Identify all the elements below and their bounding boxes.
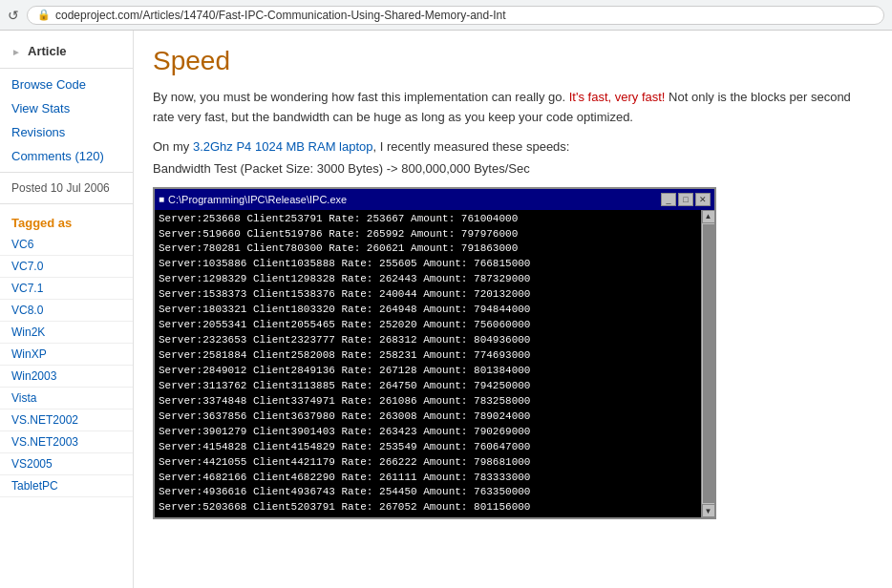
page-title: Speed [153,46,873,76]
sidebar-divider-3 [0,203,133,204]
arrow-icon: ► [11,47,21,57]
terminal-app-icon: ■ [159,194,164,204]
tag-vc71[interactable]: VC7.1 [0,278,133,300]
tag-vista[interactable]: Vista [0,388,133,410]
tag-vc70[interactable]: VC7.0 [0,256,133,278]
sidebar: ► Article Browse Code View Stats Revisio… [0,31,134,588]
terminal-line: Server:519660 Client519786 Rate: 265992 … [159,227,697,242]
tag-winxp[interactable]: WinXP [0,344,133,366]
scroll-down-button[interactable]: ▼ [702,504,715,517]
posted-date: Posted 10 Jul 2006 [0,177,133,200]
tag-win2003[interactable]: Win2003 [0,366,133,388]
terminal-line: Server:4421055 Client4421179 Rate: 26622… [159,455,697,471]
browser-bar: ↺ 🔒 codeproject.com/Articles/14740/Fast-… [0,0,892,31]
lock-icon: 🔒 [37,9,51,21]
terminal-line: Server:253668 Client253791 Rate: 253667 … [159,212,697,227]
highlight-fast: It's fast, very fast! [569,90,666,104]
terminal-line: Server:2581884 Client2582008 Rate: 25823… [159,348,697,364]
tag-vsnet2003[interactable]: VS.NET2003 [0,431,133,453]
bandwidth-text: Bandwidth Test (Packet Size: 3000 Bytes)… [153,161,873,176]
tag-vc6[interactable]: VC6 [0,234,133,256]
terminal-scrollbar-area: Server:253668 Client253791 Rate: 253667 … [155,210,714,518]
page-layout: ► Article Browse Code View Stats Revisio… [0,31,892,588]
terminal-line: Server:1538373 Client1538376 Rate: 24004… [159,287,697,303]
terminal-line: Server:4154828 Client4154829 Rate: 25354… [159,440,697,455]
terminal-line: Server:4936616 Client4936743 Rate: 25445… [159,485,697,500]
terminal-line: Server:2323653 Client2323777 Rate: 26831… [159,333,697,348]
refresh-icon[interactable]: ↺ [8,8,19,23]
sidebar-link-browse-code[interactable]: Browse Code [0,73,133,96]
terminal-body: Server:253668 Client253791 Rate: 253667 … [155,210,701,518]
tag-vc80[interactable]: VC8.0 [0,300,133,322]
tag-tabletpc[interactable]: TabletPC [0,475,133,497]
intro-text: By now, you must be wondering how fast t… [153,88,873,128]
terminal-line: Server:1803321 Client1803320 Rate: 26494… [159,303,697,318]
terminal-line: Server:4682166 Client4682290 Rate: 26111… [159,471,697,486]
measure-text: On my 3.2Ghz P4 1024 MB RAM laptop, I re… [153,139,873,154]
terminal-controls: _ □ ✕ [661,193,711,206]
tag-vs2005[interactable]: VS2005 [0,453,133,475]
sidebar-link-view-stats[interactable]: View Stats [0,96,133,120]
sidebar-link-revisions[interactable]: Revisions [0,120,133,144]
sidebar-divider-2 [0,172,133,173]
terminal-line: Server:5203668 Client5203791 Rate: 26705… [159,500,697,515]
tag-vsnet2002[interactable]: VS.NET2002 [0,410,133,431]
main-content: Speed By now, you must be wondering how … [134,31,892,588]
terminal-title: ■ C:\Programming\IPC\Release\IPC.exe [159,194,347,205]
tag-win2k[interactable]: Win2K [0,322,133,344]
terminal-window: ■ C:\Programming\IPC\Release\IPC.exe _ □… [153,187,716,520]
minimize-button[interactable]: _ [661,193,676,206]
terminal-line: Server:3637856 Client3637980 Rate: 26300… [159,410,697,425]
sidebar-link-comments[interactable]: Comments (120) [0,144,133,168]
sidebar-divider-1 [0,68,133,69]
terminal-line: Server:780281 Client780300 Rate: 260621 … [159,242,697,257]
terminal-line: Server:3901279 Client3901403 Rate: 26342… [159,425,697,440]
close-button[interactable]: ✕ [695,193,711,206]
terminal-title-text: C:\Programming\IPC\Release\IPC.exe [168,194,347,205]
terminal-line: Server:1035886 Client1035888 Rate: 25560… [159,257,697,272]
sidebar-article-label: ► Article [0,38,133,64]
terminal-line: Server:1298329 Client1298328 Rate: 26244… [159,272,697,287]
scroll-thumb[interactable] [703,224,714,504]
scroll-up-button[interactable]: ▲ [702,210,715,223]
tagged-label: Tagged as [0,208,133,234]
terminal-line: Server:3374848 Client3374971 Rate: 26108… [159,394,697,410]
laptop-link: 3.2Ghz P4 1024 MB RAM laptop [193,139,373,154]
url-text: codeproject.com/Articles/14740/Fast-IPC-… [55,9,506,22]
restore-button[interactable]: □ [678,193,693,206]
terminal-titlebar: ■ C:\Programming\IPC\Release\IPC.exe _ □… [155,189,714,210]
address-bar[interactable]: 🔒 codeproject.com/Articles/14740/Fast-IP… [27,6,884,25]
terminal-line: Server:3113762 Client3113885 Rate: 26475… [159,379,697,394]
scrollbar-track[interactable]: ▲ ▼ [701,210,714,518]
terminal-line: Server:2849012 Client2849136 Rate: 26712… [159,364,697,379]
terminal-line: Server:2055341 Client2055465 Rate: 25202… [159,318,697,333]
